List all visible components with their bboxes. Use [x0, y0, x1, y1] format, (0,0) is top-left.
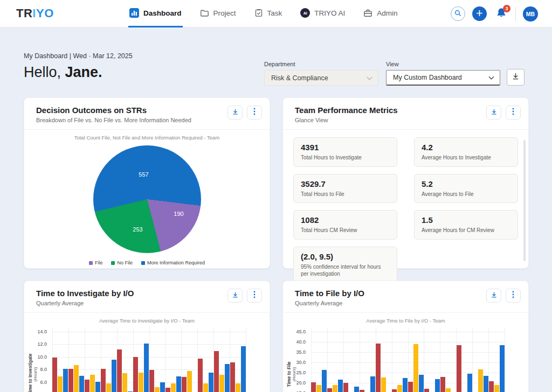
- card-header-text: Team Performance Metrics Glance View: [295, 106, 398, 123]
- stat-caption: Total Hours to Investigate: [301, 154, 390, 162]
- tab-triyo-ai[interactable]: AI TRIYO AI: [299, 0, 346, 27]
- download-icon: [232, 291, 239, 300]
- bar: [160, 382, 165, 392]
- plus-icon: [476, 9, 483, 19]
- triyo-logo[interactable]: TRIYO: [16, 6, 54, 20]
- plot-area: [52, 328, 246, 392]
- bar-chart-investigate: Time to Investigate (Hours) 14.012.010.0…: [24, 328, 270, 392]
- card-download-button[interactable]: [486, 106, 501, 120]
- create-button[interactable]: [472, 6, 487, 21]
- bar-group: [311, 328, 327, 392]
- card-scrollbar[interactable]: [523, 140, 526, 261]
- card-decision-outcomes: Decision Outcomes on STRs Breakdown of F…: [24, 97, 270, 269]
- card-header-text: Time to File by I/O Quarterly Average: [295, 289, 364, 306]
- bar: [376, 344, 381, 392]
- y-tick-label: 35.0: [296, 349, 306, 355]
- bar: [85, 380, 89, 392]
- bar: [198, 359, 203, 392]
- bar: [165, 388, 170, 392]
- bar: [225, 364, 230, 392]
- card-more-button[interactable]: [247, 106, 262, 120]
- notification-badge: 3: [503, 5, 510, 12]
- search-button[interactable]: [451, 6, 465, 21]
- department-select[interactable]: Risk & Compliance: [264, 70, 378, 86]
- stat-caption: Average Hours to Investigate: [422, 154, 510, 162]
- kebab-icon: [253, 291, 256, 300]
- card-actions: [486, 106, 521, 120]
- download-icon: [491, 291, 498, 300]
- card-header-text: Time to Investigate by I/O Quarterly Ave…: [36, 289, 134, 306]
- pie-value-more-info: 557: [139, 171, 148, 178]
- department-value: Risk & Compliance: [271, 74, 328, 82]
- card-more-button[interactable]: [506, 289, 521, 303]
- briefcase-icon: [363, 9, 372, 18]
- card-title: Team Performance Metrics: [295, 106, 398, 115]
- bar-group: [52, 328, 68, 392]
- bar: [187, 371, 192, 392]
- bar-group: [149, 328, 165, 392]
- kebab-icon: [253, 108, 256, 117]
- breadcrumb: My Dashboard | Wed · Mar 12, 2025: [24, 52, 133, 60]
- legend-swatch: [89, 261, 93, 265]
- tab-task[interactable]: Task: [253, 0, 284, 27]
- bar: [219, 375, 224, 392]
- stat-confidence-interval: (2.0, 9.5) 95% confidence interval for h…: [293, 247, 397, 283]
- bar: [500, 345, 505, 392]
- card-more-button[interactable]: [506, 106, 521, 120]
- bar: [484, 376, 488, 392]
- legend-label: File: [95, 260, 103, 265]
- card-download-button[interactable]: [486, 289, 501, 303]
- y-tick-label: 25.0: [296, 370, 306, 375]
- stat-value: 4.2: [422, 143, 510, 152]
- legend-label: More Information Required: [147, 260, 205, 265]
- download-dashboard-button[interactable]: [507, 69, 525, 86]
- card-more-button[interactable]: [247, 289, 262, 303]
- tab-admin[interactable]: Admin: [362, 0, 398, 27]
- bar-group: [230, 328, 246, 392]
- bar: [74, 365, 79, 392]
- nav-tabs: Dashboard Project Task AI TRIYO AI Admin: [128, 0, 399, 27]
- card-download-button[interactable]: [227, 106, 243, 120]
- card-subtitle: Quarterly Average: [295, 300, 364, 306]
- y-tick-label: 14.0: [37, 329, 47, 334]
- bar: [392, 389, 397, 392]
- tab-dashboard[interactable]: Dashboard: [128, 0, 183, 27]
- legend-swatch: [111, 261, 115, 265]
- department-label: Department: [264, 61, 295, 67]
- pie-chart: 557 253 190: [93, 145, 201, 253]
- bar: [478, 369, 483, 392]
- bar: [311, 382, 316, 392]
- bar-group: [197, 328, 213, 392]
- card-actions: [227, 106, 262, 120]
- bar: [171, 383, 176, 392]
- triyo-ai-icon: AI: [300, 8, 310, 18]
- card-time-to-file: Time to File by I/O Quarterly Average Av…: [282, 281, 529, 392]
- grid-line: [246, 328, 246, 392]
- bar: [182, 377, 187, 392]
- bar: [203, 383, 208, 392]
- view-label: View: [386, 61, 399, 67]
- bar-group: [376, 328, 392, 392]
- greeting-name: Jane.: [65, 64, 102, 80]
- bar-group: [456, 328, 472, 392]
- bar-group: [472, 328, 488, 392]
- notifications-button[interactable]: 3: [494, 6, 508, 21]
- bar: [440, 377, 445, 392]
- bar-group: [392, 328, 408, 392]
- bar: [327, 388, 332, 392]
- card-header: Team Performance Metrics Glance View: [283, 98, 528, 130]
- pie-legend: File No File More Information Required: [24, 260, 270, 265]
- logo-part-blue: YO: [36, 6, 54, 20]
- avatar[interactable]: MB: [523, 6, 538, 22]
- tab-project[interactable]: Project: [199, 0, 237, 27]
- card-download-button[interactable]: [227, 289, 243, 303]
- greeting-prefix: Hello,: [24, 64, 65, 80]
- bar: [338, 380, 343, 392]
- y-tick-label: 40.0: [296, 339, 306, 345]
- bar: [424, 389, 429, 392]
- stat-avg-hours-cm-review: 1.5 Average Hours for CM Review: [414, 210, 518, 240]
- stat-avg-hours-investigate: 4.2 Average Hours to Investigate: [414, 137, 518, 167]
- view-select[interactable]: My Custom Dashboard: [386, 70, 500, 86]
- dashboard-icon: [129, 8, 139, 18]
- y-tick-label: 20.0: [296, 380, 306, 386]
